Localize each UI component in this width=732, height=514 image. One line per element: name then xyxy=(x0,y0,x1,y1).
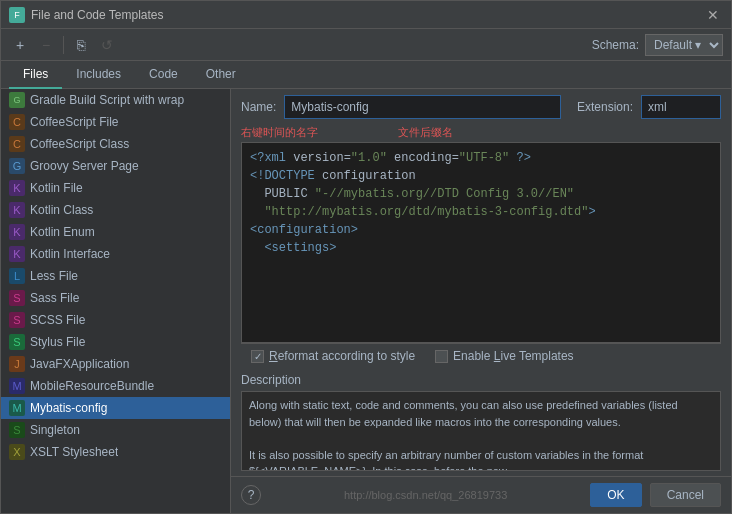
watermark-text: http://blog.csdn.net/qq_26819733 xyxy=(344,489,507,501)
bottom-bar: ? http://blog.csdn.net/qq_26819733 OK Ca… xyxy=(231,476,731,513)
reformat-label: Reformat according to style xyxy=(269,349,415,363)
description-text: Along with static text, code and comment… xyxy=(241,391,721,471)
close-button[interactable]: ✕ xyxy=(703,5,723,25)
cancel-button[interactable]: Cancel xyxy=(650,483,721,507)
mybatis-icon: M xyxy=(9,400,25,416)
copy-button[interactable]: ⎘ xyxy=(70,34,92,56)
schema-area: Schema: Default ▾ xyxy=(592,34,723,56)
sass-icon: S xyxy=(9,290,25,306)
list-item-label: Gradle Build Script with wrap xyxy=(30,93,184,107)
coffee-icon: C xyxy=(9,136,25,152)
checkbox-icon xyxy=(435,350,448,363)
list-item-label: CoffeeScript Class xyxy=(30,137,129,151)
list-item-label: Kotlin Interface xyxy=(30,247,110,261)
description-section: Description Along with static text, code… xyxy=(231,368,731,476)
list-item[interactable]: K Kotlin Interface xyxy=(1,243,230,265)
code-line: <configuration> xyxy=(250,221,712,239)
list-item[interactable]: G Gradle Build Script with wrap xyxy=(1,89,230,111)
list-item[interactable]: S Stylus File xyxy=(1,331,230,353)
right-panel: Name: Extension: 右键时间的名字 文件后缀名 <?xml ver… xyxy=(231,89,731,513)
list-item-label: Stylus File xyxy=(30,335,85,349)
list-item-label: MobileResourceBundle xyxy=(30,379,154,393)
code-line: <?xml version="1.0" encoding="UTF-8" ?> xyxy=(250,149,712,167)
list-item[interactable]: J JavaFXApplication xyxy=(1,353,230,375)
extension-input[interactable] xyxy=(641,95,721,119)
java-icon: J xyxy=(9,356,25,372)
ok-button[interactable]: OK xyxy=(590,483,641,507)
mobile-icon: M xyxy=(9,378,25,394)
app-icon: F xyxy=(9,7,25,23)
tab-code[interactable]: Code xyxy=(135,61,192,89)
kotlin-icon: K xyxy=(9,180,25,196)
coffee-icon: C xyxy=(9,114,25,130)
schema-dropdown[interactable]: Default ▾ xyxy=(645,34,723,56)
annotation-row: 右键时间的名字 文件后缀名 xyxy=(231,125,731,142)
help-button[interactable]: ? xyxy=(241,485,261,505)
list-item[interactable]: C CoffeeScript File xyxy=(1,111,230,133)
singleton-icon: S xyxy=(9,422,25,438)
tab-other[interactable]: Other xyxy=(192,61,250,89)
list-item[interactable]: K Kotlin Enum xyxy=(1,221,230,243)
list-item-label: XSLT Stylesheet xyxy=(30,445,118,459)
list-item[interactable]: G Groovy Server Page xyxy=(1,155,230,177)
list-item[interactable]: L Less File xyxy=(1,265,230,287)
main-content: G Gradle Build Script with wrap C Coffee… xyxy=(1,89,731,513)
tab-includes[interactable]: Includes xyxy=(62,61,135,89)
annotation-ext: 文件后缀名 xyxy=(398,125,453,140)
tab-files[interactable]: Files xyxy=(9,61,62,89)
list-item[interactable]: K Kotlin Class xyxy=(1,199,230,221)
list-item[interactable]: K Kotlin File xyxy=(1,177,230,199)
scss-icon: S xyxy=(9,312,25,328)
list-item-label: Singleton xyxy=(30,423,80,437)
code-line: <settings> xyxy=(250,239,712,257)
less-icon: L xyxy=(9,268,25,284)
list-item-label: Kotlin Enum xyxy=(30,225,95,239)
kotlin-icon: K xyxy=(9,224,25,240)
list-item-label: JavaFXApplication xyxy=(30,357,129,371)
list-item[interactable]: X XSLT Stylesheet xyxy=(1,441,230,463)
list-item[interactable]: C CoffeeScript Class xyxy=(1,133,230,155)
list-item-mybatis[interactable]: M Mybatis-config xyxy=(1,397,230,419)
annotation-name: 右键时间的名字 xyxy=(241,125,318,140)
kotlin-icon: K xyxy=(9,202,25,218)
list-item-label: Kotlin Class xyxy=(30,203,93,217)
list-item[interactable]: S SCSS File xyxy=(1,309,230,331)
name-label: Name: xyxy=(241,100,276,114)
remove-button[interactable]: − xyxy=(35,34,57,56)
code-line: PUBLIC "-//mybatis.org//DTD Config 3.0//… xyxy=(250,185,712,203)
groovy-icon: G xyxy=(9,158,25,174)
list-item-label: Sass File xyxy=(30,291,79,305)
file-list: G Gradle Build Script with wrap C Coffee… xyxy=(1,89,231,513)
name-input[interactable] xyxy=(284,95,561,119)
checkbox-icon: ✓ xyxy=(251,350,264,363)
xslt-icon: X xyxy=(9,444,25,460)
code-line: "http://mybatis.org/dtd/mybatis-3-config… xyxy=(250,203,712,221)
description-label: Description xyxy=(241,373,721,387)
tabs-row: Files Includes Code Other xyxy=(1,61,731,89)
reset-button[interactable]: ↺ xyxy=(96,34,118,56)
gradle-icon: G xyxy=(9,92,25,108)
toolbar-divider xyxy=(63,36,64,54)
extension-label: Extension: xyxy=(577,100,633,114)
code-editor[interactable]: <?xml version="1.0" encoding="UTF-8" ?> … xyxy=(241,142,721,343)
code-line: <!DOCTYPE configuration xyxy=(250,167,712,185)
stylus-icon: S xyxy=(9,334,25,350)
toolbar: + − ⎘ ↺ Schema: Default ▾ xyxy=(1,29,731,61)
list-item-label: SCSS File xyxy=(30,313,85,327)
dialog-title: File and Code Templates xyxy=(31,8,703,22)
list-item[interactable]: S Singleton xyxy=(1,419,230,441)
list-item[interactable]: S Sass File xyxy=(1,287,230,309)
live-templates-label: Enable Live Templates xyxy=(453,349,574,363)
reformat-checkbox[interactable]: ✓ Reformat according to style xyxy=(251,349,415,363)
list-item-label: Kotlin File xyxy=(30,181,83,195)
list-item-label: CoffeeScript File xyxy=(30,115,118,129)
list-item-label: Mybatis-config xyxy=(30,401,107,415)
list-item-label: Less File xyxy=(30,269,78,283)
live-templates-checkbox[interactable]: Enable Live Templates xyxy=(435,349,574,363)
kotlin-icon: K xyxy=(9,246,25,262)
add-button[interactable]: + xyxy=(9,34,31,56)
name-row: Name: Extension: xyxy=(231,89,731,125)
list-item[interactable]: M MobileResourceBundle xyxy=(1,375,230,397)
dialog-window: F File and Code Templates ✕ + − ⎘ ↺ Sche… xyxy=(0,0,732,514)
schema-label: Schema: xyxy=(592,38,639,52)
